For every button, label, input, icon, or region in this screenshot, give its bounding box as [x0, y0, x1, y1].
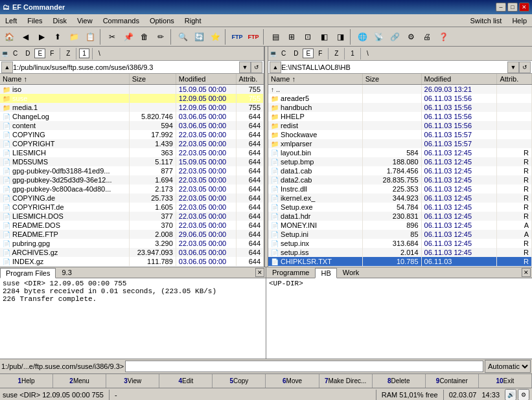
menu-options[interactable]: Options: [145, 16, 179, 26]
right-file-row[interactable]: 📁 HHELP 06.11.03 15:56: [268, 112, 532, 121]
tb-ftp2[interactable]: FTP: [246, 29, 261, 45]
left-drive-net[interactable]: \: [95, 49, 104, 58]
right-drive-z[interactable]: Z: [331, 49, 341, 58]
tb-home[interactable]: 🏠: [1, 29, 17, 45]
left-path-menu[interactable]: ▼: [239, 61, 251, 73]
left-drive-f[interactable]: F: [47, 49, 57, 58]
right-path-up[interactable]: ▲: [270, 61, 281, 73]
fkey-9[interactable]: 9Container: [426, 374, 479, 388]
fkey-3[interactable]: 3View: [106, 374, 159, 388]
left-drive-e[interactable]: E: [34, 49, 45, 58]
right-path-refresh[interactable]: ↺: [519, 61, 531, 73]
right-col-size[interactable]: Size: [362, 74, 421, 85]
fkey-2[interactable]: 2Menu: [53, 374, 106, 388]
bottom-left-close[interactable]: ✕: [255, 268, 264, 277]
tb-bookmark[interactable]: ⭐: [207, 29, 223, 45]
left-file-row[interactable]: 📄 ARCHIVES.gz 23.947.093 03.06.05 00:00 …: [0, 248, 264, 257]
tb-delete[interactable]: 🗑: [137, 29, 152, 45]
tb-print[interactable]: 🖨: [419, 29, 435, 45]
right-file-row[interactable]: 📁 handbuch 06.11.03 15:56: [268, 103, 532, 112]
bottom-right-tab-programme[interactable]: Programme: [266, 267, 315, 278]
left-file-row[interactable]: 📄 INDEX.gz 111.789 03.06.05 00:00 644: [0, 257, 264, 266]
left-col-attrib[interactable]: Attrib.: [236, 74, 263, 85]
fkey-6[interactable]: 6Move: [266, 374, 319, 388]
tb-view1[interactable]: ▤: [268, 29, 283, 45]
left-file-row[interactable]: 📄 COPYRIGHT 1.439 22.03.05 00:00 644: [0, 139, 264, 148]
left-path-input[interactable]: [13, 63, 239, 71]
right-path-menu[interactable]: ▼: [507, 61, 519, 73]
bottom-right-close[interactable]: ✕: [522, 268, 531, 277]
right-file-row[interactable]: 📄 data1.cab 1.784.456 06.11.03 12:45 R: [268, 166, 532, 175]
right-drive-c[interactable]: C: [278, 49, 289, 58]
status-btn-2[interactable]: ⚙: [518, 389, 529, 401]
menu-commands[interactable]: Commands: [98, 16, 145, 26]
right-path-input[interactable]: [281, 63, 507, 71]
left-file-row[interactable]: 📄 LIESMICH.DOS 377 22.03.05 00:00 644: [0, 212, 264, 221]
left-file-row[interactable]: 📄 ChangeLog 5.820.746 03.06.05 00:00 644: [0, 112, 264, 121]
left-drive-c[interactable]: C: [10, 49, 21, 58]
bottom-right-tab-hb[interactable]: HB: [315, 268, 336, 278]
right-file-row[interactable]: 📄 data1.hdr 230.831 06.11.03 12:45 R: [268, 212, 532, 221]
right-file-row[interactable]: 📁 Shockwave 06.11.03 15:57: [268, 130, 532, 139]
left-file-row[interactable]: 📁 iso 15.09.05 00:00 755: [0, 85, 264, 94]
tb-help2[interactable]: ❓: [435, 29, 451, 45]
right-drive-e[interactable]: E: [303, 49, 314, 58]
left-drive-1[interactable]: 1: [79, 49, 89, 58]
menu-disk[interactable]: Disk: [48, 16, 72, 26]
menu-right[interactable]: Right: [179, 16, 207, 26]
right-file-row[interactable]: 📁 areader5 06.11.03 15:56: [268, 94, 532, 103]
tb-view4[interactable]: ◧: [316, 29, 332, 45]
tb-copy[interactable]: 📋: [82, 29, 98, 45]
menu-switchlist[interactable]: Switch list: [465, 16, 507, 26]
tb-back[interactable]: ◀: [17, 29, 33, 45]
tb-view2[interactable]: ⊞: [284, 29, 299, 45]
right-file-row[interactable]: 📄 MONEY.INI 896 06.11.03 12:45 A: [268, 221, 532, 230]
right-file-row[interactable]: 📄 Setup.exe 54.784 06.11.03 12:45 R: [268, 203, 532, 212]
left-file-row[interactable]: 📄 pubring.gpg 3.290 22.03.05 00:00 644: [0, 239, 264, 248]
left-file-row[interactable]: 📁 suse 12.09.05 00:00 755: [0, 94, 264, 103]
cmdline-input[interactable]: [125, 361, 483, 372]
tb-net1[interactable]: 🌐: [354, 29, 370, 45]
right-file-row[interactable]: 📁 redist 06.11.03 15:56: [268, 121, 532, 130]
left-file-row[interactable]: 📄 gpg-pubkey-3d25d3d9-36e12... 1.694 22.…: [0, 175, 264, 184]
left-path-refresh[interactable]: ↺: [251, 61, 262, 73]
left-path-up[interactable]: ▲: [1, 61, 13, 73]
fkey-8[interactable]: 8Delete: [373, 374, 426, 388]
right-drive-d[interactable]: D: [290, 49, 301, 58]
bottom-left-tab-93[interactable]: 9.3: [56, 267, 77, 278]
minimize-button[interactable]: –: [496, 3, 506, 12]
menu-help[interactable]: Help: [507, 16, 532, 26]
right-drive-f[interactable]: F: [315, 49, 325, 58]
fkey-10[interactable]: 10Exit: [479, 374, 532, 388]
bottom-right-tab-work[interactable]: Work: [337, 267, 365, 278]
close-button[interactable]: ✕: [519, 3, 529, 12]
left-file-row[interactable]: 📄 gpg-pubkey-0dfb3188-41ed9... 877 22.03…: [0, 166, 264, 175]
maximize-button[interactable]: □: [507, 3, 518, 12]
left-drive-d[interactable]: D: [22, 49, 33, 58]
right-file-row[interactable]: 📄 setup.iss 2.014 06.11.03 12:45 R: [268, 248, 532, 257]
left-file-row[interactable]: 📄 content 594 03.06.05 00:00 644: [0, 121, 264, 130]
right-drive-1[interactable]: 1: [347, 49, 358, 58]
left-drive-z[interactable]: Z: [63, 49, 73, 58]
right-file-row[interactable]: 📄 layout.bin 584 06.11.03 12:45 R: [268, 148, 532, 157]
left-file-row[interactable]: 📄 COPYRIGHT.de 1.605 22.03.05 00:00 644: [0, 203, 264, 212]
left-file-row[interactable]: 📄 gpg-pubkey-9c800aca-40d80... 2.173 22.…: [0, 184, 264, 194]
left-file-row[interactable]: 📄 README.FTP 2.008 29.06.05 00:00 644: [0, 230, 264, 239]
left-file-row[interactable]: 📄 COPYING.de 25.733 22.03.05 00:00 644: [0, 194, 264, 203]
tb-view5[interactable]: ◨: [332, 29, 348, 45]
tb-up[interactable]: ⬆: [50, 29, 65, 45]
tb-forward[interactable]: ▶: [34, 29, 49, 45]
left-file-row[interactable]: 📁 media.1 12.09.05 00:00 755: [0, 103, 264, 112]
status-btn-1[interactable]: 🔊: [505, 389, 516, 401]
fkey-1[interactable]: 1Help: [0, 374, 53, 388]
tb-ftp1[interactable]: FTP: [229, 29, 245, 45]
menu-view[interactable]: View: [72, 16, 98, 26]
right-col-name[interactable]: Name ↑: [268, 74, 362, 85]
left-col-size[interactable]: Size: [129, 74, 176, 85]
right-col-attrib[interactable]: Attrib.: [497, 74, 532, 85]
right-file-row[interactable]: 📄 Setup.ini 85 06.11.03 12:45 A: [268, 230, 532, 239]
right-file-row[interactable]: 📄 CHIPKLSR.TXT 10.785 06.11.03 R: [268, 257, 532, 266]
right-file-row[interactable]: 📄 setup.inx 313.684 06.11.03 12:45 R: [268, 239, 532, 248]
right-file-row[interactable]: 📁 xmlparser 06.11.03 15:57: [268, 139, 532, 148]
left-file-row[interactable]: 📄 README.DOS 370 22.03.05 00:00 644: [0, 221, 264, 230]
